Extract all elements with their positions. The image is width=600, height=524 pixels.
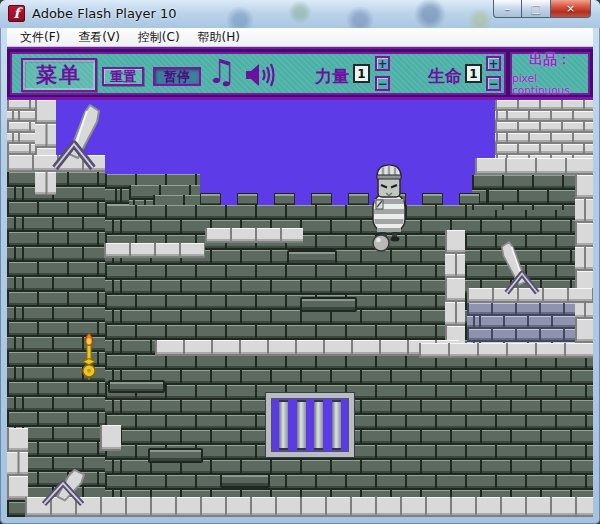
wall-merlon — [237, 193, 258, 205]
light-column-bottomleft — [7, 428, 28, 500]
wall-merlon — [459, 193, 480, 205]
stone-arrow-icon — [35, 466, 93, 508]
title-bar[interactable]: f Adobe Flash Player 10 – □ × — [0, 0, 600, 28]
game-hud: 菜单 重置 暂停 ♫ 力量 1 + − 生命 1 + − — [7, 47, 593, 100]
music-toggle-icon[interactable]: ♫ — [207, 52, 237, 91]
life-decrease-button[interactable]: − — [486, 76, 501, 91]
flash-player-icon: f — [8, 5, 25, 22]
golden-key-icon — [78, 332, 100, 380]
game-pause-button[interactable]: 暂停 — [153, 67, 201, 86]
prison-window — [266, 393, 354, 457]
menu-bar: 文件(F) 查看(V) 控制(C) 帮助(H) — [7, 28, 593, 47]
maximize-button[interactable]: □ — [522, 0, 550, 18]
menu-item-control[interactable]: 控制(C) — [129, 27, 189, 48]
wall-merlon — [422, 193, 443, 205]
life-label: 生命 — [428, 65, 462, 88]
stone-arrow-icon — [493, 238, 551, 296]
ball-and-chain-icon — [373, 235, 389, 251]
game-menu-button[interactable]: 菜单 — [21, 58, 97, 92]
menu-item-file[interactable]: 文件(F) — [11, 27, 69, 48]
menu-item-view[interactable]: 查看(V) — [69, 27, 129, 48]
light-tower-topleft — [7, 100, 35, 158]
window-controls: – □ × — [493, 0, 591, 18]
stone-ledge — [220, 473, 270, 488]
light-platform-right-lower — [419, 343, 593, 358]
light-ledge-topright — [475, 158, 593, 175]
wall-merlon — [200, 193, 221, 205]
light-floor-bottom — [25, 497, 593, 517]
wall-merlon — [348, 193, 369, 205]
credits-panel: 出品： pixel continuous — [510, 52, 590, 95]
speaker-icon[interactable] — [245, 61, 277, 89]
prison-bar — [314, 400, 323, 450]
hud-control-panel: 菜单 重置 暂停 ♫ 力量 1 + − 生命 1 + − — [10, 52, 506, 95]
light-column-midright — [445, 230, 465, 345]
light-block — [100, 425, 121, 451]
stone-ledge — [148, 448, 203, 463]
game-reset-button[interactable]: 重置 — [102, 67, 144, 86]
wall-merlon — [274, 193, 295, 205]
credits-title: 出品： — [529, 51, 571, 69]
flash-player-window: f Adobe Flash Player 10 – □ × 文件(F) 查看(V… — [0, 0, 600, 524]
light-platform-long — [155, 340, 459, 356]
wall-merlon — [311, 193, 332, 205]
close-button[interactable]: × — [550, 0, 591, 18]
power-increase-button[interactable]: + — [375, 56, 390, 71]
prison-bar — [297, 400, 306, 450]
game-scene[interactable] — [7, 100, 593, 517]
stone-ledge — [287, 250, 337, 265]
flash-stage[interactable]: 菜单 重置 暂停 ♫ 力量 1 + − 生命 1 + − — [7, 47, 593, 517]
window-title: Adobe Flash Player 10 — [32, 6, 177, 21]
light-platform-a — [104, 243, 205, 258]
life-increase-button[interactable]: + — [486, 56, 501, 71]
power-value: 1 — [353, 64, 370, 83]
light-platform-b — [205, 228, 303, 243]
stone-ledge — [300, 297, 357, 312]
stone-arrow-icon — [45, 100, 103, 172]
prison-bar — [332, 400, 341, 450]
prisoner-character — [368, 163, 410, 253]
prison-bar — [279, 400, 288, 450]
light-tower-topright — [495, 100, 593, 160]
power-label: 力量 — [315, 65, 349, 88]
minimize-button[interactable]: – — [493, 0, 522, 18]
credits-studio-name: pixel continuous — [512, 72, 588, 96]
menu-item-help[interactable]: 帮助(H) — [189, 27, 249, 48]
stone-ledge — [108, 380, 165, 393]
power-decrease-button[interactable]: − — [375, 76, 390, 91]
light-column-right-edge — [575, 175, 593, 345]
life-value: 1 — [465, 64, 482, 83]
